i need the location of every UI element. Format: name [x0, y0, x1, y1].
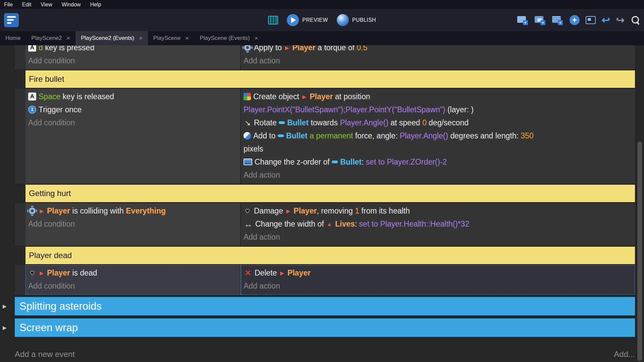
bullet-icon	[278, 134, 284, 137]
comment-bar[interactable]: Getting hurt	[25, 185, 635, 202]
text-segment: Player.ZOrder()-2	[387, 158, 447, 166]
action-line[interactable]: Create object ▶Player at position	[244, 90, 632, 103]
group-bar[interactable]: Screen wrap	[15, 318, 635, 337]
actions-cell[interactable]: ×Delete ▶PlayerAdd action	[241, 265, 635, 295]
event-handle[interactable]	[15, 203, 25, 246]
text-segment: Bullet	[340, 158, 362, 166]
group-bar[interactable]: Splitting asteroids	[15, 297, 635, 315]
menu-edit[interactable]: Edit	[22, 2, 32, 8]
physics-icon	[244, 45, 252, 52]
redo-button[interactable]: ↪	[616, 15, 625, 25]
select-frame-icon	[588, 18, 591, 21]
conditions-cell[interactable]: Ad key is pressedAdd condition	[25, 45, 241, 69]
preview-label: PREVIEW	[302, 17, 328, 23]
action-line[interactable]: ↔Change the width of ▲Lives: set to Play…	[244, 218, 632, 231]
tab-playscene2-events[interactable]: PlayScene2 (Events) ×	[75, 31, 148, 45]
add-condition-button[interactable]: Add condition	[28, 54, 237, 67]
comment-bar[interactable]: Fire bullet	[25, 70, 635, 88]
vertical-scrollbar-thumb[interactable]	[637, 141, 642, 361]
tab-playscene[interactable]: PlayScene ×	[148, 31, 194, 45]
condition-line[interactable]: ASpace key is released	[28, 90, 237, 103]
condition-line[interactable]: ▶Player is colliding with Everything	[28, 204, 237, 218]
publish-globe-icon	[337, 14, 349, 26]
text-segment: 0	[422, 118, 427, 127]
action-line[interactable]: Player.PointX("BulletSpawn");Player.Poin…	[244, 103, 632, 116]
search-button[interactable]	[631, 15, 641, 25]
condition-line[interactable]: 1Trigger once	[28, 103, 237, 116]
menu-file[interactable]: File	[4, 2, 13, 8]
action-line[interactable]: Add to Bullet a permanent force, angle: …	[244, 129, 632, 142]
action-line[interactable]: pixels	[244, 142, 632, 156]
select-instruction-button[interactable]	[586, 16, 596, 24]
menu-window[interactable]: Window	[62, 2, 81, 8]
condition-line[interactable]: ♥▶Player is dead	[28, 266, 237, 280]
add-action-button[interactable]: Add action	[244, 280, 632, 293]
row-gutter	[0, 185, 15, 202]
action-line[interactable]: ×Delete ▶Player	[244, 266, 632, 280]
condition-line[interactable]: Ad key is pressed	[28, 45, 237, 54]
add-action-button[interactable]: Add action	[244, 231, 632, 244]
comment-row: Fire bullet	[0, 70, 635, 88]
event-handle[interactable]	[15, 265, 25, 295]
add-condition-button[interactable]: Add condition	[28, 116, 237, 129]
tab-home[interactable]: Home	[0, 31, 26, 45]
zorder-icon	[244, 159, 252, 165]
action-line[interactable]: ↘Rotate Bullet towards Player.Angle() at…	[244, 116, 632, 129]
conditions-cell[interactable]: ASpace key is released1Trigger onceAdd c…	[25, 89, 241, 184]
add-new-button[interactable]: +	[570, 15, 580, 25]
tab-playscene-events[interactable]: PlayScene (Events) ×	[194, 31, 263, 45]
add-event-button[interactable]: +	[517, 15, 529, 25]
text-segment: Bullet	[287, 118, 309, 127]
action-line[interactable]: Apply to ▶Player a torque of 0.5	[244, 45, 632, 54]
event-handle[interactable]	[15, 45, 25, 69]
close-icon[interactable]: ×	[66, 35, 70, 42]
tab-playscene2[interactable]: PlayScene2 ×	[26, 31, 75, 45]
close-icon[interactable]: ×	[255, 35, 258, 42]
logo-bar	[7, 22, 11, 24]
text-segment: a permanent	[310, 131, 353, 140]
player-icon: ▶	[284, 45, 290, 54]
actions-cell[interactable]: ♥Damage ▶Player, removing 1 from its hea…	[241, 203, 635, 246]
tab-label: PlayScene2 (Events)	[81, 35, 134, 42]
add-condition-button[interactable]: Add condition	[28, 280, 237, 293]
text-segment: a torque of	[316, 45, 357, 52]
actions-cell[interactable]: Apply to ▶Player a torque of 0.5Add acti…	[241, 45, 635, 69]
add-comment-button[interactable]: +	[552, 15, 564, 25]
text-segment: set to	[359, 220, 380, 228]
gdevelop-logo-icon[interactable]	[4, 13, 19, 27]
add-condition-button[interactable]: Add condition	[28, 218, 237, 231]
actions-cell[interactable]: Create object ▶Player at positionPlayer.…	[241, 89, 635, 184]
add-action-button[interactable]: Add action	[244, 169, 632, 182]
row-gutter	[0, 89, 15, 184]
menu-view[interactable]: View	[41, 2, 52, 8]
expand-arrow-icon[interactable]: ▶	[3, 325, 7, 331]
action-line[interactable]: ♥Damage ▶Player, removing 1 from its hea…	[244, 204, 632, 218]
text-segment: Player	[310, 92, 333, 101]
expand-arrow-icon[interactable]: ▶	[3, 303, 7, 309]
add-action-button[interactable]: Add action	[244, 54, 632, 67]
comment-bar[interactable]: Player dead	[25, 247, 635, 264]
preview-button[interactable]: PREVIEW	[287, 14, 328, 26]
add-footer-button[interactable]: Add...	[614, 350, 635, 359]
damage-icon: ♥	[244, 206, 252, 215]
action-line[interactable]: Change the z-order of Bullet: set to Pla…	[244, 156, 632, 169]
conditions-cell[interactable]: ♥▶Player is deadAdd condition	[25, 265, 241, 295]
row-gutter	[0, 265, 15, 295]
text-segment: Player.Angle()	[340, 118, 388, 127]
debugger-icon[interactable]	[268, 16, 278, 24]
comment-text: Getting hurt	[29, 189, 71, 198]
undo-button[interactable]: ↩	[602, 15, 610, 25]
dead-icon: ♥	[28, 268, 36, 277]
event-handle[interactable]	[15, 89, 25, 184]
conditions-cell[interactable]: ▶Player is colliding with EverythingAdd …	[25, 203, 241, 246]
publish-button[interactable]: PUBLISH	[337, 14, 376, 26]
menu-help[interactable]: Help	[90, 2, 101, 8]
publish-label: PUBLISH	[352, 17, 376, 23]
add-new-event-button[interactable]: Add a new event	[15, 350, 75, 359]
add-subevent-button[interactable]: +	[535, 15, 546, 25]
width-icon: ↔	[244, 218, 253, 231]
close-icon[interactable]: ×	[185, 35, 189, 42]
collision-icon	[28, 207, 36, 215]
text-segment: is colliding with	[70, 206, 126, 215]
close-icon[interactable]: ×	[139, 35, 143, 42]
